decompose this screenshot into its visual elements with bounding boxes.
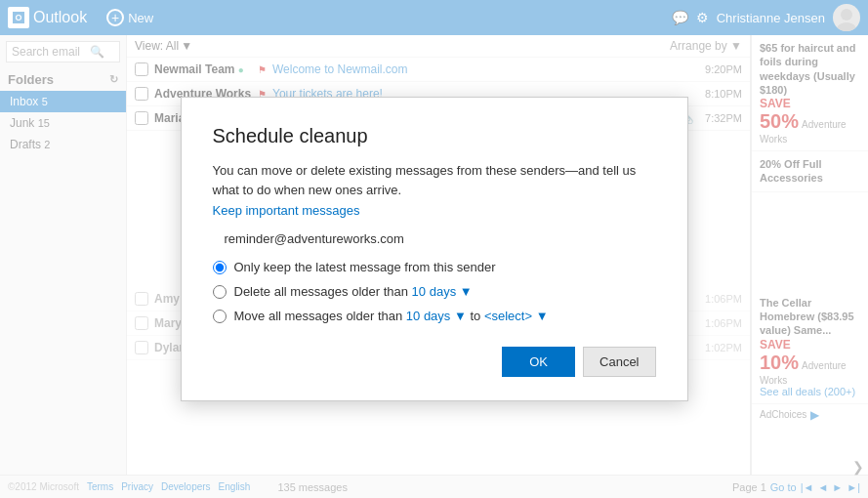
- days-dropdown-2[interactable]: 10 days ▼: [406, 309, 467, 323]
- modal-sender-email: reminder@adventureworks.com: [225, 231, 656, 246]
- modal-title: Schedule cleanup: [213, 125, 656, 147]
- ok-button[interactable]: OK: [502, 347, 575, 377]
- radio-delete[interactable]: [213, 285, 227, 299]
- radio-latest[interactable]: [213, 261, 227, 274]
- modal-buttons: OK Cancel: [213, 347, 656, 377]
- option-move: Move all messages older than 10 days ▼ t…: [213, 309, 656, 323]
- modal-overlay: Schedule cleanup You can move or delete …: [0, 0, 868, 498]
- radio-move[interactable]: [213, 310, 227, 323]
- cancel-button[interactable]: Cancel: [583, 347, 655, 377]
- option-latest: Only keep the latest message from this s…: [213, 260, 656, 274]
- option-delete-label: Delete all messages older than 10 days ▼: [234, 284, 473, 299]
- option-move-label: Move all messages older than 10 days ▼ t…: [234, 309, 549, 323]
- option-latest-label: Only keep the latest message from this s…: [234, 260, 496, 274]
- keep-important-link[interactable]: Keep important messages: [213, 203, 656, 218]
- days-dropdown-1[interactable]: 10 days ▼: [412, 284, 473, 299]
- modal-options: Only keep the latest message from this s…: [213, 260, 656, 323]
- option-delete: Delete all messages older than 10 days ▼: [213, 284, 656, 299]
- modal-description: You can move or delete existing messages…: [213, 161, 656, 199]
- folder-select-dropdown[interactable]: <select> ▼: [484, 309, 549, 323]
- schedule-cleanup-modal: Schedule cleanup You can move or delete …: [181, 97, 688, 401]
